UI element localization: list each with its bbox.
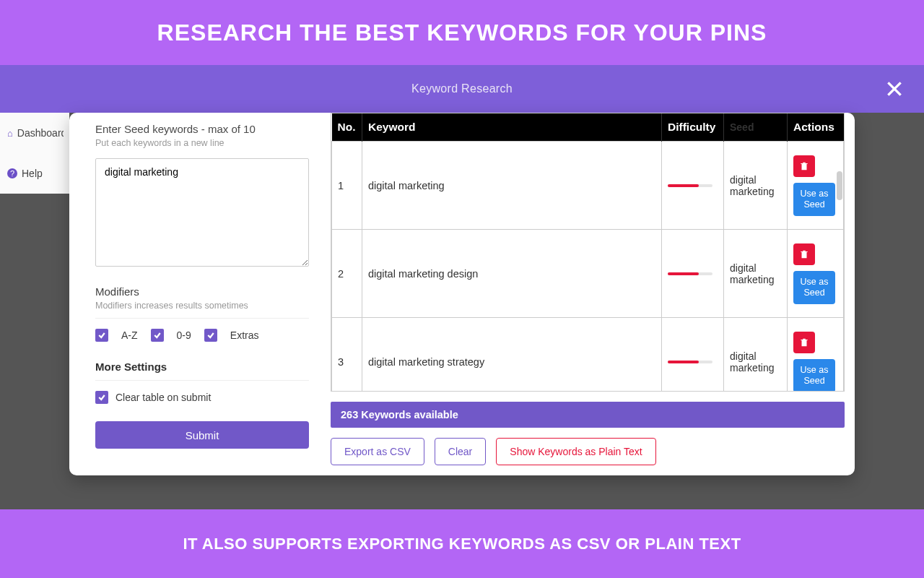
modal-card: Enter Seed keywords - max of 10 Put each… (69, 113, 855, 475)
cell-no: 2 (332, 230, 362, 318)
promo-banner-bottom: IT ALSO SUPPORTS EXPORTING KEYWORDS AS C… (0, 509, 924, 578)
cell-no: 1 (332, 142, 362, 230)
nav-help-label: Help (22, 168, 43, 179)
difficulty-bar (668, 361, 712, 363)
cell-actions: Use as Seed (788, 230, 844, 318)
results-table: No. Keyword Difficulty Seed Actions 1 di… (331, 113, 844, 392)
modifiers-title: Modifiers (95, 285, 309, 298)
cell-difficulty (662, 318, 724, 392)
cell-keyword: digital marketing (362, 142, 662, 230)
side-nav: ⌂ Dashboard ? Help (0, 113, 69, 194)
delete-button[interactable] (793, 332, 815, 353)
difficulty-bar (668, 184, 712, 187)
scrollbar-thumb[interactable] (837, 171, 842, 200)
table-row: 3 digital marketing strategy digital mar… (332, 318, 844, 392)
trash-icon (799, 161, 809, 171)
checkbox-09[interactable] (151, 329, 164, 342)
promo-banner-top: RESEARCH THE BEST KEYWORDS FOR YOUR PINS (0, 0, 924, 65)
modal-title: Keyword Research (411, 82, 513, 95)
checkbox-az-label: A-Z (121, 329, 138, 341)
cell-difficulty (662, 230, 724, 318)
table-row: 2 digital marketing design digital marke… (332, 230, 844, 318)
keywords-available-bar: 263 Keywords available (331, 402, 845, 428)
nav-dashboard[interactable]: ⌂ Dashboard (6, 123, 64, 143)
cell-actions: Use as Seed (788, 318, 844, 392)
th-seed: Seed (724, 113, 788, 142)
th-no: No. (332, 113, 362, 142)
table-row: 1 digital marketing digital marketing Us… (332, 142, 844, 230)
th-actions: Actions (788, 113, 844, 142)
modifiers-hint: Modifiers increases results sometimes (95, 301, 309, 319)
trash-icon (799, 337, 809, 348)
delete-button[interactable] (793, 243, 815, 265)
clear-table-row: Clear table on submit (95, 391, 309, 404)
th-keyword: Keyword (362, 113, 662, 142)
left-panel: Enter Seed keywords - max of 10 Put each… (69, 113, 331, 475)
seed-textarea[interactable] (95, 158, 309, 267)
use-as-seed-button[interactable]: Use as Seed (793, 183, 835, 216)
home-icon: ⌂ (7, 128, 13, 139)
modal-header: Keyword Research (0, 65, 924, 113)
checkbox-clear-table[interactable] (95, 391, 108, 404)
difficulty-bar (668, 272, 712, 275)
checkbox-extras-label: Extras (230, 329, 259, 341)
export-csv-button[interactable]: Export as CSV (331, 438, 424, 465)
use-as-seed-button[interactable]: Use as Seed (793, 359, 835, 392)
cell-difficulty (662, 142, 724, 230)
checkbox-extras[interactable] (204, 329, 217, 342)
cell-seed: digital marketing (724, 230, 788, 318)
show-plain-text-button[interactable]: Show Keywords as Plain Text (496, 438, 655, 465)
modifiers-row: A-Z 0-9 Extras (95, 329, 309, 342)
delete-button[interactable] (793, 155, 815, 177)
help-icon: ? (7, 168, 17, 178)
cell-seed: digital marketing (724, 142, 788, 230)
submit-button[interactable]: Submit (95, 421, 309, 449)
nav-dashboard-label: Dashboard (17, 127, 64, 139)
seed-hint: Put each keywords in a new line (95, 138, 309, 148)
clear-button[interactable]: Clear (435, 438, 486, 465)
checkbox-az[interactable] (95, 329, 108, 342)
cell-actions: Use as Seed (788, 142, 844, 230)
cell-keyword: digital marketing design (362, 230, 662, 318)
more-settings-title: More Settings (95, 361, 309, 381)
nav-help[interactable]: ? Help (6, 163, 64, 184)
promo-headline: RESEARCH THE BEST KEYWORDS FOR YOUR PINS (157, 20, 767, 46)
cell-keyword: digital marketing strategy (362, 318, 662, 392)
right-panel: No. Keyword Difficulty Seed Actions 1 di… (331, 113, 855, 475)
checkbox-09-label: 0-9 (177, 329, 191, 341)
results-table-wrap: No. Keyword Difficulty Seed Actions 1 di… (331, 113, 845, 392)
app-backdrop: Keyword Research ⌂ Dashboard ? Help Ente… (0, 65, 924, 509)
use-as-seed-button[interactable]: Use as Seed (793, 271, 835, 304)
close-icon[interactable] (885, 79, 904, 98)
seed-label: Enter Seed keywords - max of 10 (95, 123, 309, 135)
cell-seed: digital marketing (724, 318, 788, 392)
promo-subline: IT ALSO SUPPORTS EXPORTING KEYWORDS AS C… (183, 535, 741, 553)
trash-icon (799, 249, 809, 259)
checkbox-clear-table-label: Clear table on submit (116, 392, 211, 403)
cell-no: 3 (332, 318, 362, 392)
bottom-actions: Export as CSV Clear Show Keywords as Pla… (331, 438, 845, 465)
th-difficulty: Difficulty (662, 113, 724, 142)
